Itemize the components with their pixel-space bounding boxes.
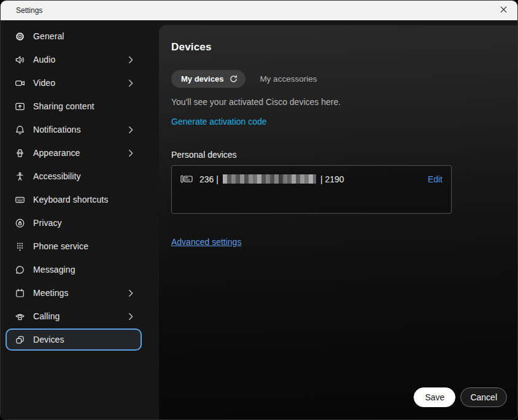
phone-icon (15, 311, 25, 322)
sidebar-item-keyboard-shortcuts[interactable]: Keyboard shortcuts (6, 189, 142, 211)
sidebar-item-label: Accessibility (33, 171, 133, 181)
accessibility-icon (15, 171, 25, 182)
bell-icon (15, 125, 25, 135)
sidebar-item-notifications[interactable]: Notifications (6, 119, 142, 141)
sidebar-item-label: Keyboard shortcuts (33, 195, 133, 204)
sidebar-item-messaging[interactable]: Messaging (6, 259, 142, 281)
sidebar-item-label: Calling (33, 311, 128, 321)
redacted-device-name (223, 174, 316, 184)
sidebar-item-label: Sharing content (33, 101, 133, 111)
sidebar: General Audio Video Sharin (1, 20, 159, 419)
devices-description: You'll see your activated Cisco devices … (171, 97, 505, 107)
sidebar-item-audio[interactable]: Audio (6, 49, 142, 71)
sidebar-item-phone-service[interactable]: Phone service (6, 235, 142, 257)
calendar-icon (15, 288, 25, 298)
sidebar-item-label: General (33, 31, 133, 41)
close-icon (500, 5, 508, 16)
devices-panel: Devices My devices My accessories You'll… (159, 25, 517, 419)
keyboard-icon (15, 195, 25, 205)
chat-bubble-icon (15, 265, 25, 275)
chevron-right-icon (128, 289, 133, 297)
sidebar-item-label: Audio (33, 55, 128, 64)
chevron-right-icon (128, 313, 133, 321)
chevron-right-icon (128, 126, 133, 134)
chevron-right-icon (128, 56, 133, 64)
sidebar-item-label: Devices (33, 335, 133, 344)
sidebar-item-accessibility[interactable]: Accessibility (6, 165, 142, 187)
page-title: Devices (171, 41, 505, 53)
gear-icon (15, 31, 25, 42)
sidebar-item-general[interactable]: General (6, 25, 142, 47)
sidebar-item-privacy[interactable]: Privacy (6, 212, 142, 234)
sidebar-item-meetings[interactable]: Meetings (6, 282, 142, 304)
sidebar-item-sharing-content[interactable]: Sharing content (6, 95, 142, 117)
sidebar-item-video[interactable]: Video (6, 72, 142, 94)
camera-icon (15, 78, 25, 88)
share-screen-icon (15, 101, 25, 112)
speaker-icon (15, 55, 25, 65)
personal-devices-label: Personal devices (171, 150, 505, 160)
edit-device-link[interactable]: Edit (428, 174, 443, 184)
sidebar-item-label: Video (33, 78, 128, 88)
sidebar-item-label: Meetings (33, 288, 128, 298)
device-tabs: My devices My accessories (171, 70, 505, 88)
device-number-suffix: | 2190 (320, 174, 344, 184)
tab-my-devices[interactable]: My devices (171, 70, 245, 88)
chevron-right-icon (128, 79, 133, 87)
tab-my-accessories[interactable]: My accessories (260, 74, 317, 84)
sidebar-item-appearance[interactable]: Appearance (6, 142, 142, 164)
device-number-prefix: 236 | (199, 174, 218, 184)
privacy-lock-icon (15, 218, 25, 228)
titlebar: Settings (1, 1, 517, 20)
save-button[interactable]: Save (414, 387, 455, 407)
sidebar-item-calling[interactable]: Calling (6, 305, 142, 327)
paint-bucket-icon (15, 148, 25, 158)
sidebar-item-label: Appearance (33, 148, 128, 158)
devices-icon (15, 335, 25, 345)
sidebar-item-label: Notifications (33, 125, 128, 134)
cancel-button[interactable]: Cancel (460, 387, 507, 407)
desk-phone-icon (180, 174, 193, 184)
sidebar-item-label: Messaging (33, 265, 133, 274)
device-name: 236 || 2190 (199, 174, 344, 184)
close-button[interactable] (489, 1, 517, 20)
device-row: 236 || 2190 Edit (180, 174, 443, 184)
window-body: General Audio Video Sharin (1, 20, 517, 419)
window-title: Settings (16, 6, 42, 15)
advanced-settings-link[interactable]: Advanced settings (171, 237, 241, 247)
tab-label: My devices (181, 74, 223, 84)
sidebar-item-label: Privacy (33, 218, 133, 228)
generate-activation-code-link[interactable]: Generate activation code (171, 117, 267, 126)
personal-devices-box: 236 || 2190 Edit (171, 165, 452, 214)
sidebar-item-devices[interactable]: Devices (6, 329, 142, 351)
settings-window: Settings General Audio (0, 0, 518, 420)
sidebar-item-label: Phone service (33, 241, 133, 251)
refresh-icon[interactable] (229, 74, 238, 84)
chevron-right-icon (128, 149, 133, 157)
dialpad-icon (15, 241, 25, 252)
footer-actions: Save Cancel (414, 387, 507, 407)
